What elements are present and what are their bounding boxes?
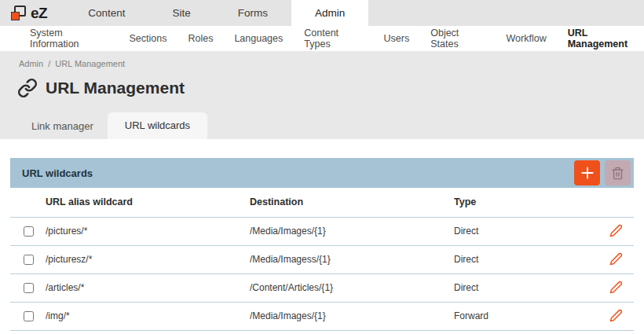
url-wildcards-table: URL alias wildcard Destination Type /pic… xyxy=(10,188,634,331)
page-title: URL Management xyxy=(46,79,185,97)
trash-icon xyxy=(611,167,624,180)
top-nav-site[interactable]: Site xyxy=(148,0,214,26)
logo-text: eZ xyxy=(31,5,47,22)
breadcrumb-admin[interactable]: Admin xyxy=(19,59,43,68)
checkbox-column-header xyxy=(10,188,46,217)
url-wildcards-panel-header: URL wildcards xyxy=(10,158,634,188)
cell-wildcard: /picturesz/* xyxy=(46,245,250,273)
row-checkbox[interactable] xyxy=(24,283,34,293)
edit-pencil-icon[interactable] xyxy=(609,252,623,268)
table-row: /articles/* /Content/Articles/{1} Direct xyxy=(10,273,634,302)
page-header: Admin / URL Management URL Management Li… xyxy=(0,51,644,139)
subnav-users[interactable]: Users xyxy=(384,28,410,50)
subnav-roles[interactable]: Roles xyxy=(188,28,213,50)
cell-type: Forward xyxy=(454,302,598,330)
ez-logo-icon xyxy=(11,6,27,20)
table-header-row: URL alias wildcard Destination Type xyxy=(10,188,634,217)
top-nav-forms[interactable]: Forms xyxy=(214,0,291,26)
row-checkbox[interactable] xyxy=(24,255,34,265)
actions-column-header xyxy=(598,188,634,217)
cell-wildcard: /pictures/* xyxy=(46,217,250,245)
column-header-url-alias-wildcard: URL alias wildcard xyxy=(46,188,250,217)
cell-type: Direct xyxy=(454,273,598,302)
column-header-type: Type xyxy=(454,188,598,217)
cell-destination: /Media/Imagess/{1} xyxy=(250,245,454,273)
edit-pencil-icon[interactable] xyxy=(609,281,623,296)
table-row: /pictures/* /Media/Images/{1} Direct xyxy=(10,217,634,245)
table-row: /picturesz/* /Media/Imagess/{1} Direct xyxy=(10,245,634,273)
tab-url-wildcards[interactable]: URL wildcards xyxy=(108,112,207,139)
tab-link-manager[interactable]: Link manager xyxy=(17,114,108,139)
subnav-workflow[interactable]: Workflow xyxy=(507,28,547,50)
cell-wildcard: /img/* xyxy=(46,302,250,330)
edit-pencil-icon[interactable] xyxy=(609,309,623,325)
admin-sub-nav: System Information Sections Roles Langua… xyxy=(0,26,644,51)
breadcrumb-current: URL Management xyxy=(55,59,125,68)
link-icon xyxy=(17,78,38,98)
add-wildcard-button[interactable] xyxy=(574,160,600,185)
subnav-languages[interactable]: Languages xyxy=(234,28,283,50)
plus-icon xyxy=(580,165,595,181)
edit-pencil-icon[interactable] xyxy=(609,224,623,240)
cell-type: Direct xyxy=(454,217,598,245)
delete-wildcard-button[interactable] xyxy=(605,160,631,185)
cell-wildcard: /articles/* xyxy=(46,273,250,302)
row-checkbox[interactable] xyxy=(24,311,34,321)
cell-type: Direct xyxy=(454,245,598,273)
cell-destination: /Media/Images/{1} xyxy=(250,302,454,330)
table-row: /img/* /Media/Images/{1} Forward xyxy=(10,302,634,330)
column-header-destination: Destination xyxy=(250,188,454,217)
panel-title: URL wildcards xyxy=(22,167,93,179)
subnav-sections[interactable]: Sections xyxy=(129,28,166,50)
tab-strip: Link manager URL wildcards xyxy=(17,112,207,139)
cell-destination: /Media/Images/{1} xyxy=(250,217,454,245)
cell-destination: /Content/Articles/{1} xyxy=(250,273,454,302)
row-checkbox[interactable] xyxy=(24,226,34,237)
breadcrumb-separator: / xyxy=(48,59,50,68)
breadcrumb: Admin / URL Management xyxy=(0,51,644,68)
main-content: URL wildcards xyxy=(0,139,644,334)
